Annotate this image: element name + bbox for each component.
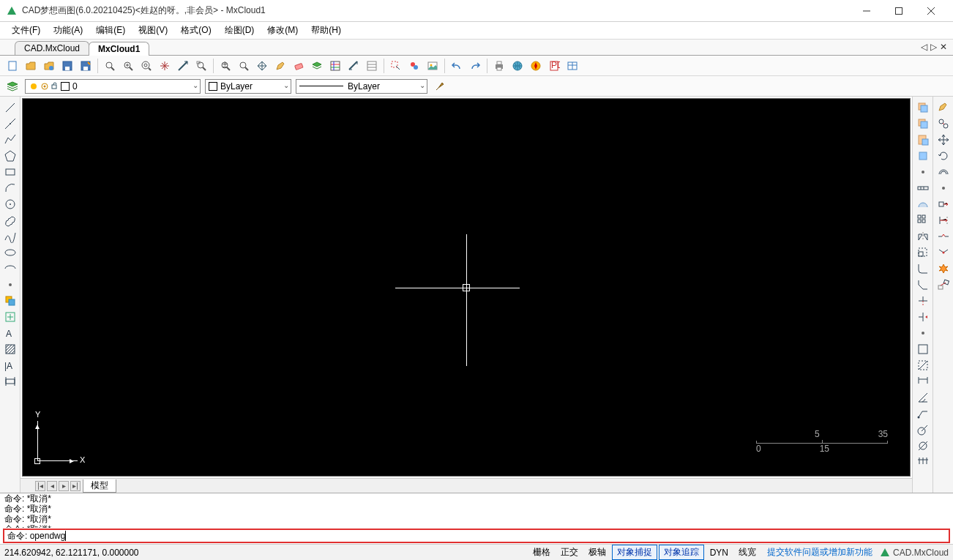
rotate-icon[interactable] <box>935 148 952 164</box>
drawing-canvas[interactable]: Y X 535 015 <box>22 98 911 477</box>
stretch-icon[interactable] <box>935 196 952 212</box>
tab-prev-icon[interactable]: ◁ <box>921 42 927 52</box>
dim-diameter-icon[interactable] <box>914 438 932 454</box>
layout-next-icon[interactable]: ▸ <box>59 481 69 491</box>
spline-icon[interactable] <box>1 228 19 244</box>
mirror-icon[interactable] <box>914 228 932 244</box>
image-icon[interactable] <box>425 58 441 74</box>
break-icon[interactable] <box>935 228 952 244</box>
print-icon[interactable] <box>491 58 507 74</box>
copy-clip-icon[interactable] <box>914 100 932 116</box>
menu-format[interactable]: 格式(O) <box>176 23 215 38</box>
tab-close-icon[interactable]: ✕ <box>940 42 947 52</box>
erase-icon[interactable] <box>935 100 952 116</box>
scale-tool-icon[interactable] <box>914 244 932 261</box>
ortho-toggle[interactable]: 正交 <box>556 545 583 559</box>
zoom-ext-icon[interactable] <box>175 58 191 74</box>
layout-tab-model[interactable]: 模型 <box>83 479 116 493</box>
circle-icon[interactable] <box>1 196 19 212</box>
block-icon[interactable] <box>1 293 19 309</box>
redo-icon[interactable] <box>467 58 483 74</box>
brush-icon[interactable] <box>432 78 448 94</box>
menu-edit[interactable]: 编辑(E) <box>91 23 130 38</box>
revcloud-icon[interactable] <box>1 212 19 228</box>
pan-icon[interactable] <box>157 58 173 74</box>
paste-icon[interactable] <box>914 132 932 148</box>
text-icon[interactable]: A <box>1 325 19 341</box>
copy-base-icon[interactable] <box>914 116 932 132</box>
undo-icon[interactable] <box>449 58 465 74</box>
save-icon[interactable] <box>59 58 75 74</box>
menu-file[interactable]: 文件(F) <box>7 23 45 38</box>
props-icon[interactable] <box>364 58 380 74</box>
eraser-icon[interactable] <box>291 58 307 74</box>
zoom-in-icon[interactable] <box>120 58 136 74</box>
otrack-toggle[interactable]: 对象追踪 <box>659 545 704 560</box>
explode-icon[interactable] <box>935 261 952 277</box>
zoom-realtime-icon[interactable]: ± <box>217 58 233 74</box>
doc-tab[interactable]: CAD.MxCloud <box>15 41 89 55</box>
rect-select-icon[interactable] <box>914 341 932 357</box>
dyn-toggle[interactable]: DYN <box>706 547 733 559</box>
area-icon[interactable] <box>914 196 932 212</box>
join-icon[interactable] <box>935 244 952 261</box>
pdf-icon[interactable]: PDF <box>546 58 562 74</box>
zoom-window-icon[interactable] <box>102 58 118 74</box>
globe-icon[interactable] <box>509 58 526 74</box>
select-all-icon[interactable] <box>914 357 932 373</box>
zoom-prev-icon[interactable] <box>193 58 209 74</box>
feedback-link[interactable]: 提交软件问题或增加新功能 <box>767 546 872 559</box>
layer-dropdown[interactable]: 0 ⌄ <box>25 79 201 94</box>
dim-continue-icon[interactable] <box>914 454 932 470</box>
menu-view[interactable]: 视图(V) <box>134 23 172 38</box>
menu-modify[interactable]: 修改(M) <box>263 23 302 38</box>
polar-toggle[interactable]: 极轴 <box>584 545 610 559</box>
snap-grid-toggle[interactable]: 栅格 <box>528 545 555 559</box>
tab-next-icon[interactable]: ▷ <box>930 42 937 52</box>
align-icon[interactable] <box>935 277 952 293</box>
select-icon[interactable] <box>388 58 404 74</box>
palette-icon[interactable] <box>406 58 422 74</box>
insert-icon[interactable] <box>1 309 19 325</box>
layout-prev-icon[interactable]: ◂ <box>47 481 57 491</box>
templates-icon[interactable] <box>41 58 57 74</box>
dim-tool-icon[interactable] <box>1 373 19 389</box>
open-icon[interactable] <box>23 58 39 74</box>
color-dropdown[interactable]: ByLayer ⌄ <box>205 79 291 94</box>
offset-icon[interactable] <box>935 164 952 180</box>
ellipse-icon[interactable] <box>1 244 19 261</box>
layout-last-icon[interactable]: ▸| <box>70 481 81 491</box>
menu-func[interactable]: 功能(A) <box>49 23 87 38</box>
menu-help[interactable]: 帮助(H) <box>307 23 345 38</box>
arc-icon[interactable] <box>1 180 19 196</box>
layer-manager-icon[interactable] <box>4 78 20 94</box>
hatch-icon[interactable] <box>327 58 343 74</box>
move-icon[interactable] <box>935 132 952 148</box>
rectangle-icon[interactable] <box>1 164 19 180</box>
trim-icon[interactable] <box>914 293 932 309</box>
zoom-out-icon[interactable] <box>138 58 154 74</box>
distance-icon[interactable] <box>914 180 932 196</box>
dim-radius-icon[interactable] <box>914 422 932 438</box>
table-icon[interactable] <box>564 58 580 74</box>
extend-icon[interactable] <box>914 309 932 325</box>
saveas-icon[interactable] <box>78 58 94 74</box>
fillet-icon[interactable] <box>914 261 932 277</box>
dim-linear-icon[interactable] <box>914 373 932 389</box>
compass-icon[interactable] <box>528 58 544 74</box>
line-icon[interactable] <box>1 100 19 116</box>
array-icon[interactable] <box>914 212 932 228</box>
command-input-line[interactable]: 命令: opendwg <box>3 529 950 543</box>
regen-icon[interactable] <box>254 58 270 74</box>
menu-draw[interactable]: 绘图(D) <box>220 23 259 38</box>
layers-icon[interactable] <box>309 58 325 74</box>
new-icon[interactable] <box>4 58 20 74</box>
minimize-button[interactable] <box>851 0 883 22</box>
lengthen-icon[interactable] <box>935 212 952 228</box>
osnap-toggle[interactable]: 对象捕捉 <box>612 545 657 560</box>
chamfer-icon[interactable] <box>914 277 932 293</box>
polygon-icon[interactable] <box>1 148 19 164</box>
layout-first-icon[interactable]: |◂ <box>35 481 45 491</box>
linetype-dropdown[interactable]: ByLayer ⌄ <box>296 79 427 94</box>
copy-icon[interactable] <box>935 116 952 132</box>
